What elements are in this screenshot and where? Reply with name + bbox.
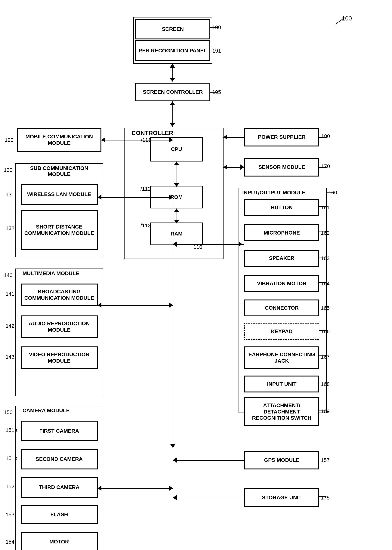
ref-141: 141 [6, 291, 14, 297]
ref-112: /112 [140, 186, 151, 192]
ref-175: 175 [321, 495, 330, 501]
ref-150: 150 [4, 409, 13, 415]
ref-154: 154 [6, 539, 14, 545]
sensor-module-box: SENSOR MODULE [244, 158, 319, 176]
power-supplier-box: POWER SUPPLIER [244, 128, 319, 146]
gps-box: GPS MODULE [244, 451, 319, 469]
mobile-comm-box: MOBILE COMMUNICATION MODULE [17, 128, 101, 152]
motor-box: MOTOR [21, 532, 98, 550]
ref-170: 170 [321, 163, 330, 169]
ref-166: 166 [321, 329, 330, 335]
third-camera-box: THIRD CAMERA [21, 477, 98, 498]
ref-152: 152 [6, 484, 14, 489]
ref-151b: 151b [6, 455, 17, 461]
storage-box: STORAGE UNIT [244, 488, 319, 507]
sub-comm-label: SUB COMMUNICATION MODULE [22, 165, 96, 177]
ref-165: 165 [321, 305, 330, 311]
video-box: VIDEO REPRODUCTION MODULE [21, 347, 98, 369]
speaker-box: SPEAKER [244, 250, 319, 267]
connector-box: CONNECTOR [244, 299, 319, 316]
wireless-lan-box: WIRELESS LAN MODULE [21, 184, 98, 205]
attachment-box: ATTACHMENT/ DETACHMENT RECOGNITION SWITC… [244, 397, 319, 426]
ref-120: 120 [5, 137, 14, 143]
ref-157: 157 [321, 457, 330, 463]
ref-180: 180 [321, 133, 330, 139]
ref-131: 131 [6, 192, 14, 198]
flash-box: FLASH [21, 505, 98, 524]
input-unit-box: INPUT UNIT [244, 376, 319, 392]
ref-132: 132 [6, 225, 14, 231]
screen-controller-box: SCREEN CONTROLLER [135, 83, 210, 101]
multimedia-label: MULTIMEDIA MODULE [22, 270, 79, 276]
ref-113: /113 [140, 223, 151, 229]
microphone-box: MICROPHONE [244, 224, 319, 241]
camera-module-label: CAMERA MODULE [22, 407, 70, 413]
screen-group-box [133, 17, 212, 64]
io-module-label: INPUT/OUTPUT MODULE [242, 190, 305, 196]
ref-140: 140 [4, 272, 13, 278]
earphone-box: EARPHONE CONNECTING JACK [244, 347, 319, 369]
button-box: BUTTON [244, 199, 319, 216]
ref-151a: 151a [6, 427, 17, 433]
vibration-motor-box: VIBRATION MOTOR [244, 275, 319, 292]
ref-142: 142 [6, 323, 14, 329]
broadcasting-box: BROADCASTING COMMUNICATION MODULE [21, 284, 98, 306]
ref-169: 169 [321, 408, 330, 414]
short-distance-box: SHORT DISTANCE COMMUNICATION MODULE [21, 210, 98, 250]
ref-130: 130 [4, 167, 13, 173]
ref-163: 163 [321, 255, 330, 261]
first-camera-box: FIRST CAMERA [21, 421, 98, 441]
keypad-box: KEYPAD [244, 323, 319, 340]
ref-164: 164 [321, 281, 330, 287]
ref-161: 161 [321, 205, 330, 211]
controller-label: CONTROLLER [132, 130, 173, 137]
ref-162: 162 [321, 230, 330, 236]
diagram: 100 SCREEN 190 PEN RECOGNITION PANEL 191… [0, 0, 392, 550]
ref-167: 167 [321, 354, 330, 360]
second-camera-box: SECOND CAMERA [21, 449, 98, 469]
audio-box: AUDIO REPRODUCTION MODULE [21, 315, 98, 338]
ref-143: 143 [6, 354, 14, 360]
cpu-box: CPU [150, 137, 203, 161]
ref-168: 168 [321, 381, 330, 387]
ref-153: 153 [6, 512, 14, 518]
